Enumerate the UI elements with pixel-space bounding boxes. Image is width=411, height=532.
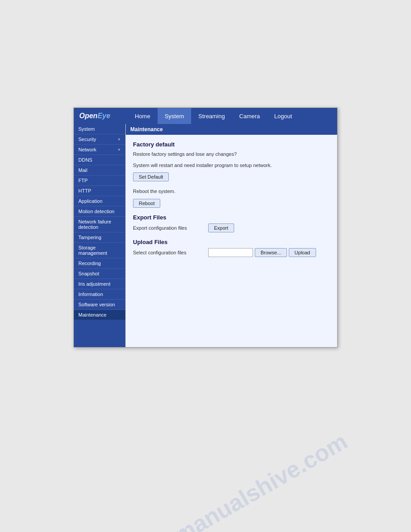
sidebar-item-snapshot-label: Snapshot <box>78 271 99 276</box>
sidebar-item-motion-detection[interactable]: Motion detection <box>74 206 125 217</box>
factory-default-desc1: Restore factory settings and lose any ch… <box>133 150 330 158</box>
logo-eye: Eye <box>98 112 110 120</box>
sidebar-item-recording[interactable]: Recording <box>74 258 125 269</box>
reboot-label: Reboot the system. <box>133 188 330 195</box>
reboot-button[interactable]: Reboot <box>133 199 160 208</box>
sidebar-item-software-version-label: Software version <box>78 302 115 307</box>
sidebar-item-system-label: System <box>78 126 95 132</box>
set-default-button[interactable]: Set Default <box>133 172 169 181</box>
sidebar-item-ddns[interactable]: DDNS <box>74 155 125 165</box>
sidebar-item-security-label: Security <box>78 137 96 142</box>
sidebar-item-information[interactable]: Information <box>74 289 125 300</box>
sidebar-item-software-version[interactable]: Software version <box>74 300 125 310</box>
factory-default-title: Factory default <box>133 141 330 148</box>
sidebar-item-http-label: HTTP <box>78 188 91 193</box>
nav-tab-logout[interactable]: Logout <box>267 108 300 124</box>
sidebar-item-network-failure[interactable]: Network failure detection <box>74 217 125 232</box>
select-config-label: Select configuration files <box>133 250 205 255</box>
nav-tab-streaming[interactable]: Streaming <box>191 108 232 124</box>
sidebar-item-iris[interactable]: Iris adjustment <box>74 279 125 289</box>
sidebar-item-maintenance[interactable]: Maintenance <box>74 310 125 320</box>
sidebar-item-storage-label: Storage management <box>78 245 121 256</box>
sidebar-item-mail-label: Mail <box>78 167 87 173</box>
sidebar: System Security ▼ Network ▼ DDNS Mail FT <box>74 124 125 347</box>
upload-button[interactable]: Upload <box>289 248 316 257</box>
logo-area: OpenEye <box>74 109 128 123</box>
sidebar-item-system[interactable]: System <box>74 124 125 134</box>
chevron-down-icon: ▼ <box>117 137 121 142</box>
browse-button[interactable]: Browse... <box>255 248 287 257</box>
sidebar-item-tampering[interactable]: Tampering <box>74 232 125 243</box>
sidebar-item-snapshot[interactable]: Snapshot <box>74 269 125 279</box>
sidebar-item-tampering-label: Tampering <box>78 235 101 240</box>
sidebar-item-network-failure-label: Network failure detection <box>78 219 121 230</box>
nav-tabs: Home System Streaming Camera Logout <box>128 108 299 124</box>
sidebar-item-network-label: Network <box>78 147 96 152</box>
logo-open: Open <box>79 112 98 120</box>
file-text-input[interactable] <box>208 248 253 257</box>
export-config-label: Export configuration files <box>133 225 205 231</box>
sidebar-item-ftp-label: FTP <box>78 178 88 183</box>
sidebar-item-motion-detection-label: Motion detection <box>78 209 115 214</box>
content-header: Maintenance <box>126 124 337 135</box>
browser-window: OpenEye Home System Streaming Camera Log… <box>73 107 338 348</box>
nav-tab-camera[interactable]: Camera <box>232 108 267 124</box>
sidebar-item-security[interactable]: Security ▼ <box>74 134 125 145</box>
sidebar-item-http[interactable]: HTTP <box>74 186 125 196</box>
sidebar-item-ftp[interactable]: FTP <box>74 176 125 186</box>
nav-tab-system[interactable]: System <box>158 108 191 124</box>
reboot-section: Reboot the system. Reboot <box>133 188 330 208</box>
factory-default-desc2: System will restart and need installer p… <box>133 162 330 169</box>
sidebar-item-recording-label: Recording <box>78 261 101 266</box>
watermark: manualshive.com <box>169 428 352 532</box>
sidebar-item-storage[interactable]: Storage management <box>74 243 125 258</box>
sidebar-item-maintenance-label: Maintenance <box>78 312 107 317</box>
nav-tab-home[interactable]: Home <box>128 108 158 124</box>
content-panel: Maintenance Factory default Restore fact… <box>125 124 337 347</box>
upload-form-row: Select configuration files Browse... Upl… <box>133 248 330 257</box>
sidebar-item-ddns-label: DDNS <box>78 157 92 163</box>
sidebar-item-iris-label: Iris adjustment <box>78 281 111 287</box>
sidebar-bottom-space <box>74 320 125 347</box>
factory-default-section: Factory default Restore factory settings… <box>133 141 330 181</box>
content-body: Factory default Restore factory settings… <box>126 135 337 270</box>
upload-files-section: Upload Files Select configuration files … <box>133 239 330 257</box>
export-form-row: Export configuration files Export <box>133 223 330 232</box>
upload-files-title: Upload Files <box>133 239 330 245</box>
file-input-area: Browse... Upload <box>208 248 316 257</box>
export-files-title: Export Files <box>133 214 330 221</box>
export-button[interactable]: Export <box>208 223 234 232</box>
sidebar-item-network[interactable]: Network ▼ <box>74 145 125 155</box>
sidebar-item-application[interactable]: Application <box>74 196 125 206</box>
sidebar-item-application-label: Application <box>78 198 103 204</box>
main-content: System Security ▼ Network ▼ DDNS Mail FT <box>74 124 337 347</box>
logo: OpenEye <box>79 112 110 120</box>
export-files-section: Export Files Export configuration files … <box>133 214 330 232</box>
sidebar-item-information-label: Information <box>78 292 103 297</box>
sidebar-item-mail[interactable]: Mail <box>74 165 125 176</box>
chevron-down-icon: ▼ <box>117 148 121 152</box>
nav-bar: OpenEye Home System Streaming Camera Log… <box>74 108 337 124</box>
